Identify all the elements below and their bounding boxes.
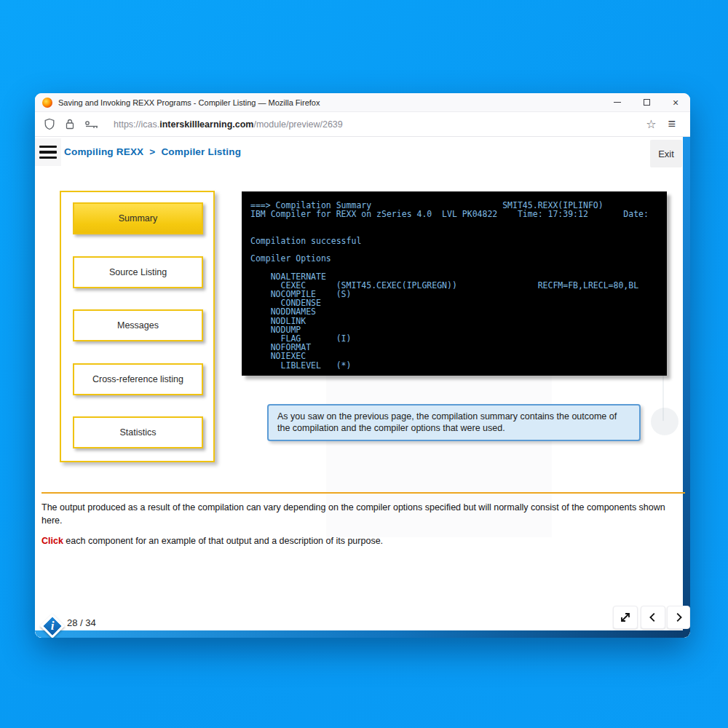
app-menu-icon[interactable]: ≡ xyxy=(668,116,676,132)
click-instruction: Click each component for an example of t… xyxy=(41,534,687,547)
next-page-button[interactable] xyxy=(667,606,690,629)
body-paragraph: The output produced as a result of the c… xyxy=(41,501,687,527)
url-scheme: https://icas. xyxy=(114,119,159,130)
exit-button[interactable]: Exit xyxy=(650,140,682,167)
window-title: Saving and Invoking REXX Programs - Comp… xyxy=(58,98,320,107)
close-button[interactable]: × xyxy=(661,93,690,111)
minimize-icon xyxy=(614,102,621,103)
page-border-right xyxy=(683,137,690,638)
chevron-left-icon xyxy=(646,611,660,624)
lock-icon[interactable] xyxy=(64,118,76,130)
hamburger-icon xyxy=(39,146,57,149)
desktop-background: Saving and Invoking REXX Programs - Comp… xyxy=(0,0,728,728)
maximize-button[interactable] xyxy=(632,93,661,111)
window-controls: × xyxy=(603,93,690,111)
tracking-shield-icon[interactable] xyxy=(44,118,55,130)
click-instruction-rest: each component for an example of that ou… xyxy=(63,536,383,546)
terminal-screen: ===> Compilation Summary SMIT45.REXX(IPL… xyxy=(242,191,667,376)
component-button-statistics[interactable]: Statistics xyxy=(73,416,203,448)
browser-window: Saving and Invoking REXX Programs - Comp… xyxy=(35,93,690,638)
breadcrumb-page[interactable]: Compiler Listing xyxy=(161,146,241,157)
breadcrumb-course-link[interactable]: Compiling REXX xyxy=(64,146,143,157)
info-callout: As you saw on the previous page, the com… xyxy=(267,404,641,441)
chevron-right-icon xyxy=(672,611,685,624)
window-titlebar[interactable]: Saving and Invoking REXX Programs - Comp… xyxy=(35,93,690,112)
module-page: Compiling REXX>Compiler Listing Exit Sum… xyxy=(35,137,690,638)
maximize-icon xyxy=(644,99,650,106)
breadcrumb-separator: > xyxy=(149,146,155,157)
minimize-button[interactable] xyxy=(603,93,632,111)
component-button-summary[interactable]: Summary xyxy=(73,202,203,234)
module-menu-button[interactable] xyxy=(35,138,61,166)
permission-key-icon[interactable] xyxy=(84,119,99,130)
browser-toolbar: https://icas.interskilllearning.com/modu… xyxy=(35,112,690,137)
page-border-bottom xyxy=(35,630,690,638)
terminal-output: ===> Compilation Summary SMIT45.REXX(IPL… xyxy=(250,201,658,370)
breadcrumb: Compiling REXX>Compiler Listing xyxy=(64,146,241,157)
url-domain: interskilllearning.com xyxy=(159,119,253,130)
url-bar[interactable]: https://icas.interskilllearning.com/modu… xyxy=(114,119,343,130)
background-decoration-circle xyxy=(651,408,678,435)
component-button-cross-reference[interactable]: Cross-reference listing xyxy=(73,363,203,395)
component-button-source-listing[interactable]: Source Listing xyxy=(73,256,203,288)
bookmark-star-icon[interactable]: ☆ xyxy=(646,117,656,131)
component-button-messages[interactable]: Messages xyxy=(73,309,203,341)
page-indicator: 28 / 34 xyxy=(67,617,96,628)
component-list-panel: Summary Source Listing Messages Cross-re… xyxy=(60,191,215,462)
section-divider xyxy=(41,492,685,494)
fullscreen-icon xyxy=(618,610,633,625)
previous-page-button[interactable] xyxy=(641,606,665,629)
url-path: /module/preview/2639 xyxy=(253,119,342,130)
fullscreen-button[interactable] xyxy=(613,606,638,629)
click-word: Click xyxy=(41,536,63,546)
firefox-icon xyxy=(42,98,52,108)
